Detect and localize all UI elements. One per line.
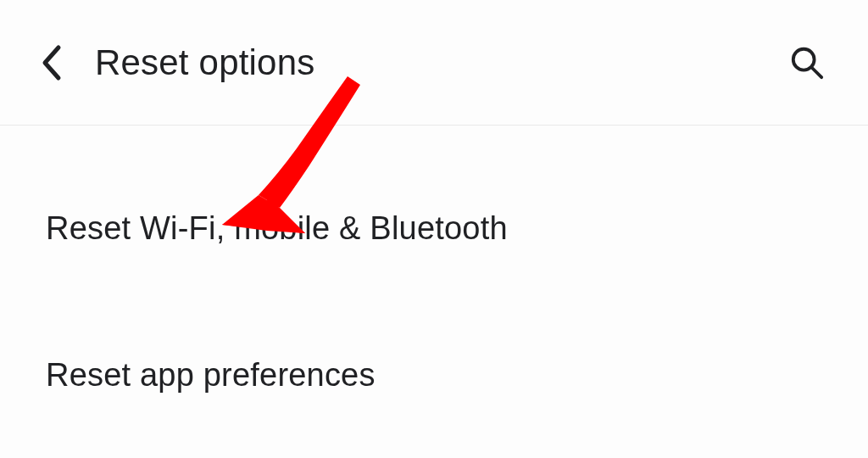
options-list: Reset Wi-Fi, mobile & Bluetooth Reset ap… [0,126,868,419]
header: Reset options [0,0,868,126]
svg-line-1 [812,67,821,76]
page-title: Reset options [95,42,780,83]
list-item-label: Reset Wi-Fi, mobile & Bluetooth [46,210,508,246]
search-icon [789,45,825,81]
list-item-label: Reset app preferences [46,357,376,393]
reset-app-preferences-item[interactable]: Reset app preferences [0,332,868,419]
reset-wifi-mobile-bluetooth-item[interactable]: Reset Wi-Fi, mobile & Bluetooth [0,185,868,272]
chevron-left-icon [40,44,62,81]
back-button[interactable] [24,36,78,90]
search-button[interactable] [780,36,834,90]
